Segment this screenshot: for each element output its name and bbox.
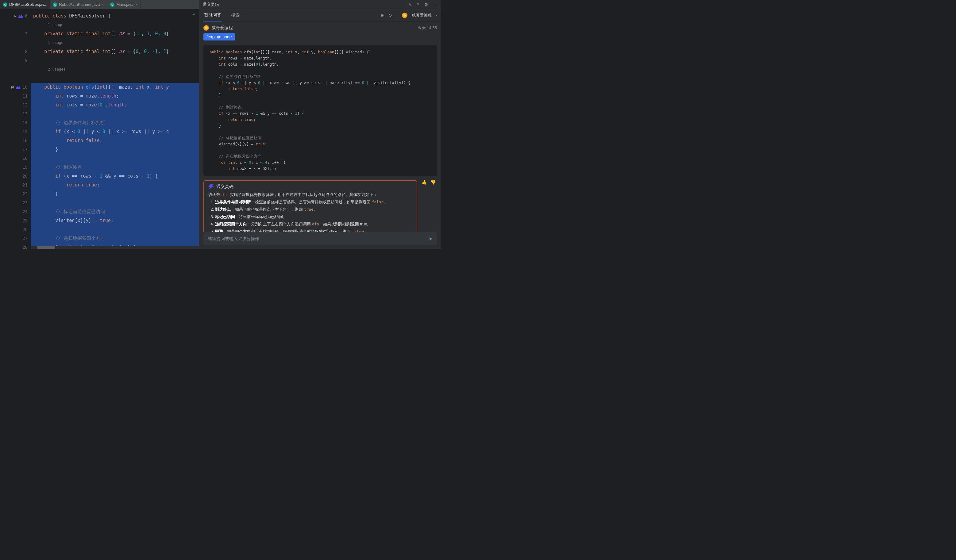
tab-label: Main.java: [116, 2, 134, 7]
new-chat-icon[interactable]: ⊕: [381, 13, 384, 18]
user-name-label: 威哥爱编程: [412, 13, 432, 18]
gear-icon[interactable]: ⚙: [424, 2, 428, 7]
ai-icon[interactable]: [16, 86, 20, 89]
tab-search[interactable]: 搜索: [230, 9, 241, 21]
edit-icon[interactable]: ✎: [408, 2, 412, 7]
usage-hint[interactable]: 2 usages: [31, 65, 199, 74]
message-header: 威 威哥爱编程 今天 14:55: [203, 25, 437, 31]
message-time: 今天 14:55: [418, 25, 437, 31]
usage-hint[interactable]: 1 usage: [31, 38, 199, 47]
chat-input[interactable]: 继续提问或输入"/"快捷操作: [208, 236, 429, 242]
code-body[interactable]: public class DFSMazeSolver { 1 usage pri…: [31, 9, 199, 249]
avatar: 威: [203, 25, 209, 31]
chat-titlebar: 通义灵码 ✎ ? ⚙ —: [199, 0, 441, 9]
ai-icon[interactable]: [19, 14, 23, 18]
chevron-down-icon[interactable]: ▾: [436, 14, 437, 17]
chat-tabrow: 智能问答 搜索 ⊕ ↻ | 威 威哥爱编程 ▾: [199, 9, 441, 22]
explain-text: 该函数 dfs 实现了深度优先搜索算法，用于在迷宫中寻找从起点到终点的路径。具体…: [208, 191, 412, 232]
chat-pane: 通义灵码 ✎ ? ⚙ — 智能问答 搜索 ⊕ ↻ | 威 威哥爱编程 ▾ 威 威…: [199, 0, 441, 249]
editor-tabs: C DFSMazeSolver.java C RobotPathPlanner.…: [0, 0, 199, 9]
explain-box: 通义灵码 该函数 dfs 实现了深度优先搜索算法，用于在迷宫中寻找从起点到终点的…: [203, 180, 417, 232]
usage-hint[interactable]: 1 usage: [31, 20, 199, 30]
minimize-icon[interactable]: —: [433, 2, 437, 7]
tab-label: DFSMazeSolver.java: [9, 2, 46, 7]
chat-scroll[interactable]: 威 威哥爱编程 今天 14:55 /explain code public bo…: [199, 22, 441, 232]
feedback-icons: 👍 👎: [421, 180, 437, 185]
product-name: 通义灵码: [203, 2, 219, 7]
gutter: ▶6 7 8 9 @10 11 12 13 14 15 16 17 18 19 …: [0, 9, 31, 249]
close-icon[interactable]: ×: [135, 2, 137, 7]
thumbs-up-icon[interactable]: 👍: [421, 180, 427, 185]
chat-input-row: 继续提问或输入"/"快捷操作 ➤: [203, 232, 437, 245]
close-icon[interactable]: ×: [102, 2, 104, 7]
lingma-logo-icon: [208, 184, 214, 190]
avatar: 威: [402, 13, 407, 18]
java-class-icon: C: [3, 2, 7, 7]
explain-title: 通义灵码: [216, 184, 233, 190]
send-icon[interactable]: ➤: [429, 236, 432, 242]
tab-dfsmazesolver[interactable]: C DFSMazeSolver.java: [0, 0, 50, 9]
java-class-icon: C: [110, 2, 115, 7]
code-block[interactable]: public boolean dfs(int[][] maze, int x, …: [203, 45, 437, 176]
code-editor[interactable]: ✓ ▶6 7 8 9 @10 11 12 13 14 15 16 17 18 1…: [0, 9, 199, 249]
tab-robotpathplanner[interactable]: C RobotPathPlanner.java ×: [50, 0, 107, 9]
message-author: 威哥爱编程: [211, 25, 233, 31]
history-icon[interactable]: ↻: [388, 13, 392, 18]
horizontal-scrollbar[interactable]: [31, 246, 199, 249]
override-icon[interactable]: @: [11, 83, 14, 92]
command-chip: /explain code: [203, 33, 235, 41]
tab-qa[interactable]: 智能问答: [203, 9, 222, 22]
editor-pane: C DFSMazeSolver.java C RobotPathPlanner.…: [0, 0, 199, 249]
java-class-icon: C: [53, 2, 57, 7]
tab-label: RobotPathPlanner.java: [59, 2, 100, 7]
help-icon[interactable]: ?: [417, 2, 420, 7]
tab-overflow-menu[interactable]: ⋮: [187, 0, 199, 9]
thumbs-down-icon[interactable]: 👎: [431, 180, 436, 185]
run-icon[interactable]: ▶: [14, 12, 17, 20]
tab-main[interactable]: C Main.java ×: [107, 0, 141, 9]
